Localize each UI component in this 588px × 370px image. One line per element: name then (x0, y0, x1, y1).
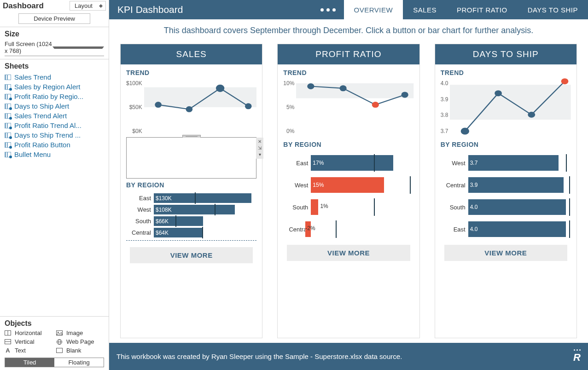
days-to-ship-card: DAYS TO SHIP TREND 4.0 3.9 3.8 3.7 (435, 44, 577, 338)
svg-point-12 (186, 106, 192, 112)
layout-tab-select[interactable]: Layout (70, 1, 106, 11)
svg-point-11 (155, 102, 162, 108)
object-vertical[interactable]: Vertical (5, 338, 52, 345)
sales-trend-label: TREND (126, 69, 256, 76)
worksheet-icon (5, 133, 11, 138)
worksheet-icon (5, 104, 11, 109)
svg-point-14 (245, 103, 252, 109)
svg-point-22 (495, 90, 502, 96)
object-webpage[interactable]: Web Page (56, 338, 104, 345)
svg-point-23 (528, 112, 536, 118)
size-section-header: Size (0, 27, 109, 39)
dashboard-canvas: KPI Dashboard OVERVIEW SALES PROFIT RATI… (109, 0, 588, 370)
worksheet-icon (5, 113, 11, 119)
profit-view-more-button[interactable]: VIEW MORE (287, 245, 410, 261)
close-icon[interactable]: ✕ (258, 139, 262, 144)
sheet-item[interactable]: Profit Ratio Trend Al... (0, 121, 109, 130)
dashboard-tabs: KPI Dashboard OVERVIEW SALES PROFIT RATI… (109, 0, 588, 19)
worksheet-icon (5, 84, 11, 90)
svg-point-19 (402, 92, 408, 98)
horizontal-container-icon (5, 330, 11, 336)
object-text[interactable]: AText (5, 347, 52, 354)
dashboard-footer: This workbook was created by Ryan Sleepe… (109, 343, 588, 370)
sheet-item[interactable]: Sales Trend (0, 72, 109, 82)
svg-point-18 (372, 102, 379, 108)
svg-point-17 (340, 85, 347, 91)
sales-card: SALES TREND $100K $50K $0K (120, 44, 262, 338)
dashboard-title: KPI Dashboard (109, 0, 191, 19)
tab-sales[interactable]: SALES (403, 0, 447, 19)
days-card-header: DAYS TO SHIP (435, 44, 576, 64)
sheets-list: Sales Trend Sales by Region Alert Profit… (0, 71, 109, 160)
days-byregion-label: BY REGION (441, 141, 571, 148)
profit-byregion-label: BY REGION (283, 141, 413, 148)
sales-trend-chart[interactable]: $100K $50K $0K (126, 77, 256, 137)
pin-icon[interactable]: ⇲ (258, 146, 262, 150)
footer-text: This workbook was created by Ryan Sleepe… (116, 353, 402, 360)
worksheet-icon (5, 142, 11, 148)
more-dots-icon[interactable] (312, 0, 344, 19)
caret-down-icon (52, 46, 104, 49)
kpi-cards-row: SALES TREND $100K $50K $0K (109, 42, 588, 343)
object-blank[interactable]: Blank (56, 347, 104, 354)
worksheet-icon (5, 75, 11, 80)
size-dropdown[interactable]: Full Screen (1024 x 768) (5, 39, 104, 56)
drag-handle-icon[interactable] (182, 135, 201, 138)
sheet-item[interactable]: Days to Ship Trend ... (0, 130, 109, 140)
profit-ratio-card: PROFIT RATIO TREND 10% 5% 0% (277, 44, 419, 338)
svg-point-13 (216, 85, 224, 92)
text-icon: A (5, 348, 11, 353)
caret-down-icon[interactable]: ▾ (259, 152, 261, 157)
sheet-item[interactable]: Profit Ratio by Regio... (0, 92, 109, 101)
svg-rect-20 (450, 85, 571, 120)
dashboard-banner-text: This dashboard covers September through … (109, 19, 588, 42)
days-view-more-button[interactable]: VIEW MORE (444, 245, 567, 261)
floating-toggle[interactable]: Floating (54, 358, 104, 367)
svg-point-16 (308, 83, 314, 89)
worksheet-icon (5, 94, 11, 99)
days-trend-label: TREND (441, 69, 571, 76)
svg-point-21 (461, 127, 469, 134)
tiled-toggle[interactable]: Tiled (5, 358, 54, 367)
panel-title-dashboard: Dashboard (3, 1, 44, 11)
sheets-section-header: Sheets (0, 59, 109, 71)
tiled-floating-toggle: Tiled Floating (5, 358, 104, 367)
profit-by-region-chart[interactable]: East17% West15% South1% Central-2% (283, 152, 413, 240)
sheet-item[interactable]: Sales by Region Alert (0, 82, 109, 92)
worksheet-icon (5, 152, 11, 157)
profit-card-header: PROFIT RATIO (278, 44, 419, 64)
objects-section-header: Objects (5, 317, 104, 330)
tab-profit-ratio[interactable]: PROFIT RATIO (447, 0, 518, 19)
device-preview-button[interactable]: Device Preview (18, 13, 90, 24)
globe-icon (56, 339, 63, 345)
sales-byregion-label: BY REGION (126, 181, 256, 189)
object-image[interactable]: Image (56, 330, 104, 336)
profit-trend-label: TREND (283, 69, 413, 76)
objects-section: Objects Horizontal Image Vertical Web Pa… (0, 316, 109, 370)
object-horizontal[interactable]: Horizontal (5, 330, 52, 336)
sheet-item[interactable]: Bullet Menu (0, 150, 109, 159)
footer-logo: R (573, 349, 581, 364)
sales-by-region-chart[interactable]: East$130K West$108K South$66K Central$64… (126, 192, 256, 238)
sheet-item[interactable]: Profit Ratio Button (0, 140, 109, 150)
size-dropdown-value: Full Screen (1024 x 768) (5, 40, 52, 54)
blank-icon (56, 348, 63, 353)
tab-days-to-ship[interactable]: DAYS TO SHIP (518, 0, 588, 19)
sales-view-more-button[interactable]: VIEW MORE (130, 247, 253, 263)
svg-rect-9 (57, 348, 63, 353)
profit-trend-chart[interactable]: 10% 5% 0% (283, 77, 413, 137)
dashboard-side-panel: Dashboard Layout Device Preview Size Ful… (0, 0, 109, 370)
sales-card-header: SALES (121, 44, 262, 64)
worksheet-icon (5, 123, 11, 128)
selected-placeholder-container[interactable]: ✕ ⇲ ▾ (126, 137, 256, 179)
svg-point-24 (561, 78, 569, 84)
days-trend-chart[interactable]: 4.0 3.9 3.8 3.7 (441, 77, 571, 137)
days-by-region-chart[interactable]: West3.7 Central3.9 South4.0 East4.0 (441, 152, 571, 240)
tab-overview[interactable]: OVERVIEW (344, 0, 403, 19)
sheet-item[interactable]: Sales Trend Alert (0, 111, 109, 121)
sheet-item[interactable]: Days to Ship Alert (0, 101, 109, 111)
vertical-container-icon (5, 339, 11, 345)
image-icon (56, 330, 63, 336)
